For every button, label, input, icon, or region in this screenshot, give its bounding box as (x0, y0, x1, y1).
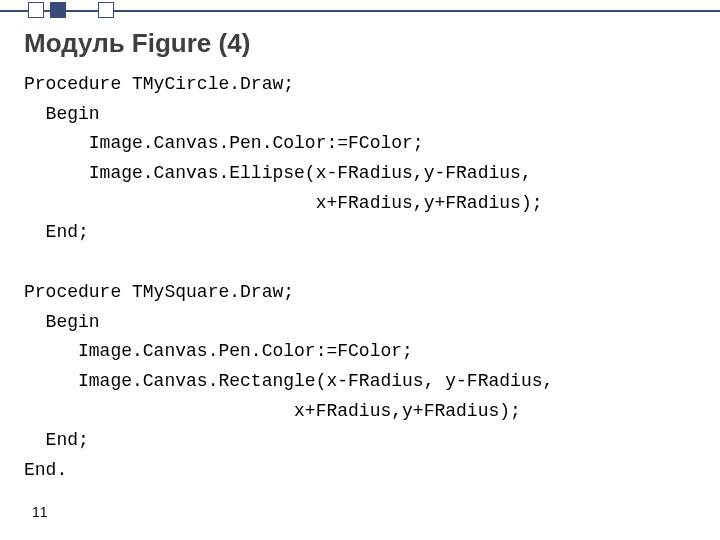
accent-square-outline-2 (98, 2, 114, 18)
code-block: Procedure TMyCircle.Draw; Begin Image.Ca… (24, 70, 553, 486)
page-number: 11 (32, 504, 48, 520)
accent-square-outline (28, 2, 44, 18)
header-accent (0, 0, 720, 22)
accent-square-filled (50, 2, 66, 18)
slide-title: Модуль Figure (4) (24, 28, 250, 59)
